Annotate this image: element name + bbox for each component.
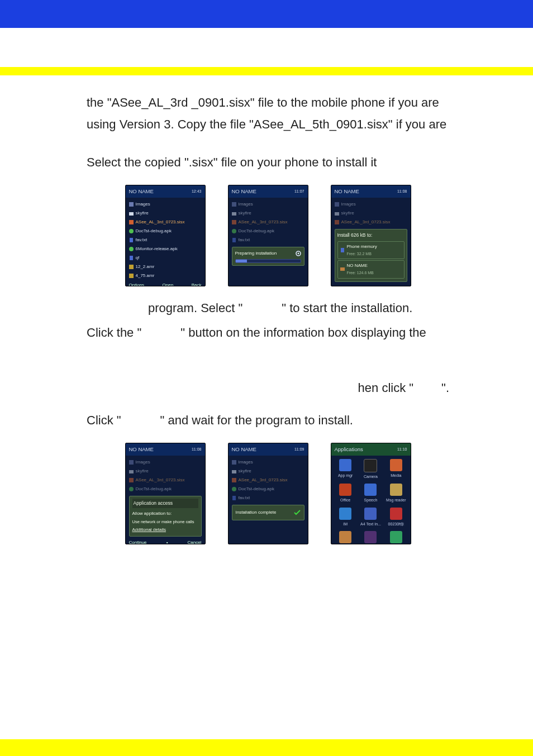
install-to-overlay: Install 626 kB to: Phone memory Free: 32… xyxy=(335,229,407,281)
file-list: Images skyfire ASee_AL_3rd_0723.sisx Doc… xyxy=(126,456,205,544)
clock-text: 11:09 xyxy=(294,446,304,453)
app-icon[interactable]: Speech xyxy=(360,484,382,504)
allow-label: Allow application to: xyxy=(132,510,198,518)
folder-icon xyxy=(129,469,134,473)
app-icon[interactable]: IM xyxy=(335,508,356,528)
softkey-right[interactable]: Cancel xyxy=(393,284,407,286)
file-list: Images skyfire ASee_AL_3rd_0723.sisx Ins… xyxy=(331,198,411,286)
folder-icon xyxy=(232,469,236,473)
app-icon[interactable]: 00230f你 xyxy=(385,508,407,528)
apk-icon xyxy=(232,229,236,233)
softkey-left[interactable]: Select xyxy=(335,284,347,286)
file-icon xyxy=(129,256,134,260)
permission-text: Use network or make phone calls xyxy=(132,518,198,525)
svg-rect-16 xyxy=(335,202,339,207)
svg-rect-7 xyxy=(129,265,134,269)
line-program-select: program. Select "" to start the installa… xyxy=(87,298,449,319)
phone-titlebar: NO NAME 11:07 xyxy=(229,185,308,198)
apk-icon xyxy=(232,487,236,491)
apk-icon xyxy=(129,247,134,251)
svg-point-3 xyxy=(129,229,134,233)
list-item: skyfire xyxy=(129,209,202,217)
softkey-center[interactable]: Open xyxy=(163,281,174,286)
list-item: Images xyxy=(129,200,202,208)
app-icon[interactable]: App mgr xyxy=(335,459,356,480)
app-icon[interactable]: A4 Text In... xyxy=(360,508,382,528)
file-list: Images skyfire ASee_AL_3rd_0723.sisx Doc… xyxy=(229,456,308,543)
svg-point-24 xyxy=(129,487,134,491)
title-text: NO NAME xyxy=(232,187,256,197)
list-item: DocTst-debug.apk xyxy=(129,485,202,493)
svg-rect-9 xyxy=(232,202,236,207)
audio-icon xyxy=(129,265,134,269)
list-item: fav.txt xyxy=(232,236,304,244)
line-click-wait: Click "" and wait for the program to ins… xyxy=(87,410,449,432)
svg-rect-10 xyxy=(232,212,236,216)
app-icon[interactable]: Msg reader xyxy=(385,484,407,504)
softkey-right[interactable]: Cancel xyxy=(188,539,202,544)
svg-rect-6 xyxy=(130,256,133,260)
additional-details-link[interactable]: Additional details xyxy=(132,526,198,534)
memory-option-card[interactable]: NO NAME Free: 124.6 MB xyxy=(337,260,404,278)
svg-point-12 xyxy=(232,229,236,233)
line-then-click: hen click "". xyxy=(87,377,449,399)
image-icon xyxy=(335,202,339,207)
list-item: 12_2.amr xyxy=(129,263,202,271)
phone-titlebar: NO NAME 11:08 xyxy=(126,443,205,456)
header-blue-band xyxy=(0,0,533,28)
list-item: DocTst-debug.apk xyxy=(232,485,304,493)
memory-option-phone[interactable]: Phone memory Free: 32.2 MB xyxy=(337,241,404,259)
list-item: Images xyxy=(232,200,304,208)
list-item: skyfire xyxy=(335,209,407,217)
access-overlay: Application access Allow application to:… xyxy=(129,496,202,537)
list-item: 6Monitor-release.apk xyxy=(129,245,202,253)
gear-icon xyxy=(296,251,301,256)
list-item: fav.txt xyxy=(232,494,304,502)
svg-rect-8 xyxy=(129,274,134,278)
paragraph-1: the "ASee_AL_3rd _0901.sisx" file to the… xyxy=(87,92,449,135)
image-icon xyxy=(129,202,134,207)
sisx-icon xyxy=(335,220,339,224)
screenshot-file-list: NO NAME 12:43 Images skyfire ASee_AL_3rd… xyxy=(125,185,206,286)
install-overlay: Preparing installation xyxy=(232,247,304,266)
app-icon[interactable]: Camera xyxy=(360,459,382,480)
svg-rect-21 xyxy=(129,460,134,465)
softkey-center[interactable]: • xyxy=(369,284,371,286)
svg-point-5 xyxy=(129,247,134,251)
list-item-selected: ASee_AL_3rd_0723.sisx xyxy=(129,218,202,226)
txt-icon xyxy=(232,238,236,242)
svg-rect-17 xyxy=(335,212,339,216)
app-icon[interactable]: 系统实用 xyxy=(335,531,356,544)
list-item: Images xyxy=(335,200,407,208)
app-icon[interactable]: Office xyxy=(335,484,356,504)
overlay-text: Installation complete xyxy=(236,509,277,516)
softkey-center[interactable]: • xyxy=(166,539,168,544)
softkey-left[interactable]: Options xyxy=(129,281,145,286)
svg-rect-29 xyxy=(232,496,236,500)
clock-text: 11:08 xyxy=(397,188,407,195)
sisx-icon xyxy=(232,478,236,482)
app-icon[interactable]: ASee xyxy=(385,531,407,544)
softkey-right[interactable]: Back xyxy=(192,281,202,286)
yellow-band-bottom xyxy=(0,739,533,756)
app-icon[interactable]: Media xyxy=(385,459,407,480)
screenshot-preparing-install: NO NAME 11:07 Images skyfire ASee_AL_3rd… xyxy=(228,185,308,286)
title-text: NO NAME xyxy=(335,187,359,197)
title-text: Applications xyxy=(335,445,363,454)
softkey-left[interactable]: Continue xyxy=(129,539,147,544)
header-gap xyxy=(0,28,533,67)
app-grid: App mgr Camera Media Office Speech Msg r… xyxy=(331,456,411,544)
apk-icon xyxy=(129,487,134,491)
screenshot-app-access: NO NAME 11:08 Images skyfire ASee_AL_3rd… xyxy=(125,443,206,544)
screenshot-row-1: NO NAME 12:43 Images skyfire ASee_AL_3rd… xyxy=(87,185,449,286)
phone-titlebar: Applications 11:10 xyxy=(331,443,411,456)
title-text: NO NAME xyxy=(129,445,154,454)
apk-icon xyxy=(129,229,134,233)
app-icon[interactable]: Google M... xyxy=(360,531,382,544)
svg-rect-18 xyxy=(335,220,339,224)
svg-rect-19 xyxy=(341,248,344,252)
title-text: NO NAME xyxy=(232,445,256,454)
phone-titlebar: NO NAME 11:09 xyxy=(229,443,308,456)
svg-rect-0 xyxy=(129,202,134,207)
clock-text: 11:08 xyxy=(192,446,202,453)
